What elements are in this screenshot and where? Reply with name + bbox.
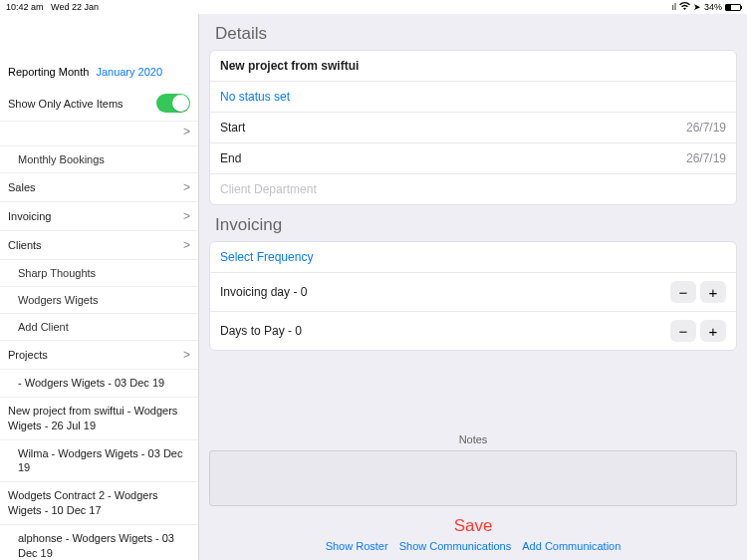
- nav-item-label: Invoicing: [8, 210, 51, 222]
- select-frequency-label: Select Frequency: [220, 250, 313, 264]
- sidebar-add-client[interactable]: Add Client: [0, 314, 198, 341]
- chevron-right-icon: >: [183, 209, 190, 223]
- client-dept-placeholder: Client Department: [220, 182, 317, 196]
- days-to-pay-stepper: − +: [670, 320, 726, 342]
- add-communication-link[interactable]: Add Communication: [522, 540, 621, 552]
- days-to-pay-row: Days to Pay - 0 − +: [210, 312, 736, 350]
- reporting-month-row[interactable]: Reporting Month January 2020: [0, 66, 198, 88]
- invoicing-card: Select Frequency Invoicing day - 0 − + D…: [209, 241, 737, 351]
- main-panel: Details New project from swiftui No stat…: [199, 14, 747, 560]
- start-label: Start: [220, 121, 245, 135]
- active-items-toggle[interactable]: [156, 94, 190, 113]
- notes-label: Notes: [209, 433, 737, 450]
- nav-item-label: Sales: [8, 181, 36, 193]
- start-date-row[interactable]: Start 26/7/19: [210, 113, 736, 143]
- show-communications-link[interactable]: Show Communications: [399, 540, 512, 552]
- select-frequency-row[interactable]: Select Frequency: [210, 242, 736, 273]
- sidebar: Reporting Month January 2020 Show Only A…: [0, 14, 199, 560]
- details-card: New project from swiftui No status set S…: [209, 50, 737, 205]
- show-roster-link[interactable]: Show Roster: [326, 540, 388, 552]
- bottom-links: Show Roster Show Communications Add Comm…: [199, 540, 747, 560]
- nav-arrow-icon: ➤: [693, 2, 701, 12]
- sidebar-item-label: alphonse - Wodgers Wigets - 03 Dec 19: [18, 532, 174, 559]
- status-label: No status set: [220, 90, 290, 104]
- nav-invoicing[interactable]: Invoicing >: [0, 202, 198, 231]
- sidebar-item-label: - Wodgers Wigets - 03 Dec 19: [18, 377, 164, 389]
- nav-item-label: Clients: [8, 239, 42, 251]
- nav-item-truncated[interactable]: >: [0, 122, 198, 146]
- sidebar-client-item[interactable]: Sharp Thoughts: [0, 260, 198, 287]
- sidebar-item-label: Wodgets Contract 2 - Wodgers Wigets - 10…: [8, 489, 158, 516]
- reporting-month-value[interactable]: January 2020: [96, 66, 162, 78]
- stepper-plus[interactable]: +: [700, 320, 726, 342]
- days-to-pay-label: Days to Pay - 0: [220, 324, 302, 338]
- status-bar: 10:42 am Wed 22 Jan ıl ➤ 34%: [0, 0, 747, 14]
- signal-icon: ıl: [671, 2, 676, 12]
- nav-projects-header[interactable]: Projects >: [0, 341, 198, 370]
- sidebar-item-label: Sharp Thoughts: [18, 267, 96, 279]
- invoicing-title: Invoicing: [209, 205, 737, 241]
- battery-text: 34%: [704, 2, 722, 12]
- sidebar-item-label: Wodgers Wigets: [18, 294, 99, 306]
- sidebar-project-item[interactable]: alphonse - Wodgers Wigets - 03 Dec 19: [0, 525, 198, 560]
- end-value: 26/7/19: [686, 151, 726, 165]
- chevron-right-icon: >: [183, 125, 190, 139]
- client-dept-row[interactable]: Client Department: [210, 174, 736, 204]
- battery-icon: [725, 4, 741, 11]
- sidebar-item-label: Wilma - Wodgers Wigets - 03 Dec 19: [18, 447, 182, 474]
- sidebar-project-item[interactable]: Wilma - Wodgers Wigets - 03 Dec 19: [0, 440, 198, 483]
- sidebar-project-item[interactable]: Wodgets Contract 2 - Wodgers Wigets - 10…: [0, 482, 198, 525]
- chevron-right-icon: >: [183, 238, 190, 252]
- active-items-row: Show Only Active Items: [0, 88, 198, 122]
- notes-textarea[interactable]: [209, 450, 737, 506]
- nav-monthly-bookings[interactable]: Monthly Bookings: [0, 146, 198, 173]
- invoicing-day-stepper: − +: [670, 281, 726, 303]
- sidebar-project-item[interactable]: New project from swiftui - Wodgers Wiget…: [0, 398, 198, 440]
- stepper-minus[interactable]: −: [670, 320, 696, 342]
- status-row[interactable]: No status set: [210, 82, 736, 113]
- chevron-right-icon: >: [183, 180, 190, 194]
- invoicing-day-label: Invoicing day - 0: [220, 285, 307, 299]
- sidebar-item-label: Add Client: [18, 321, 69, 333]
- end-label: End: [220, 151, 241, 165]
- active-items-label: Show Only Active Items: [8, 98, 124, 110]
- sidebar-item-label: New project from swiftui - Wodgers Wiget…: [8, 405, 177, 431]
- status-date: Wed 22 Jan: [51, 2, 99, 12]
- stepper-minus[interactable]: −: [670, 281, 696, 303]
- nav-item-label: Monthly Bookings: [18, 153, 105, 165]
- project-title-row[interactable]: New project from swiftui: [210, 51, 736, 82]
- reporting-month-label: Reporting Month: [8, 66, 89, 78]
- nav-item-label: Projects: [8, 349, 48, 361]
- nav-sales[interactable]: Sales >: [0, 173, 198, 202]
- stepper-plus[interactable]: +: [700, 281, 726, 303]
- nav-clients-header[interactable]: Clients >: [0, 231, 198, 260]
- end-date-row[interactable]: End 26/7/19: [210, 143, 736, 174]
- details-title: Details: [209, 14, 737, 50]
- wifi-icon: [679, 2, 690, 13]
- project-title: New project from swiftui: [220, 59, 359, 73]
- sidebar-project-item[interactable]: - Wodgers Wigets - 03 Dec 19: [0, 370, 198, 398]
- invoicing-day-row: Invoicing day - 0 − +: [210, 273, 736, 312]
- status-time: 10:42 am: [6, 2, 44, 12]
- sidebar-client-item[interactable]: Wodgers Wigets: [0, 287, 198, 314]
- chevron-right-icon: >: [183, 348, 190, 362]
- save-button[interactable]: Save: [454, 516, 493, 535]
- start-value: 26/7/19: [686, 121, 726, 135]
